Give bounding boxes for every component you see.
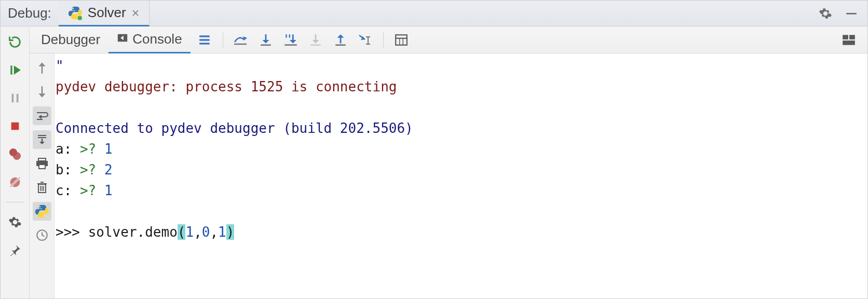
svg-rect-15 (199, 39, 210, 40)
svg-point-2 (77, 16, 82, 20)
svg-rect-5 (11, 94, 13, 103)
console-gutter (30, 53, 55, 298)
repl-paren: ( (178, 224, 186, 240)
debug-tool-window: Debug: Solver (0, 0, 868, 299)
scroll-up-icon[interactable] (33, 59, 51, 77)
repl-code: solver.demo (88, 224, 178, 240)
history-icon[interactable] (33, 226, 51, 244)
svg-rect-3 (846, 12, 857, 14)
input-prompt: >? (80, 183, 96, 198)
clear-icon[interactable] (33, 178, 51, 197)
repl-arg: 0 (202, 224, 210, 240)
python-icon (68, 6, 83, 20)
debug-titlebar: Debug: Solver (1, 1, 867, 26)
svg-rect-44 (38, 158, 46, 161)
step-over-icon[interactable] (230, 31, 251, 49)
run-to-cursor-icon[interactable] (355, 31, 376, 49)
minimize-icon[interactable] (845, 7, 858, 20)
step-out-icon[interactable] (330, 31, 351, 49)
resume-button[interactable] (6, 61, 24, 79)
repl-comma: , (194, 224, 202, 240)
svg-point-54 (44, 215, 45, 216)
input-value: 1 (104, 141, 113, 157)
debug-config-tab[interactable]: Solver (59, 1, 150, 26)
svg-rect-7 (11, 123, 19, 130)
layout-settings-icon[interactable] (838, 31, 859, 49)
svg-rect-37 (843, 40, 855, 45)
step-into-my-code-icon[interactable] (280, 31, 301, 49)
console-area: " pydev debugger: process 1525 is connec… (30, 53, 867, 298)
force-step-into-icon[interactable] (305, 31, 326, 49)
stop-button[interactable] (6, 117, 24, 135)
console-tab-label: Console (132, 31, 182, 47)
scroll-to-end-icon[interactable] (33, 130, 51, 149)
threads-icon[interactable] (195, 31, 215, 49)
repl-arg: 1 (185, 224, 194, 240)
repl-comma: , (210, 224, 218, 240)
view-breakpoints-button[interactable] (6, 145, 24, 164)
step-into-icon[interactable] (255, 31, 276, 49)
debugger-tab-label: Debugger (41, 32, 100, 48)
repl-input-line[interactable]: >>> solver.demo(1,0,1) (56, 224, 234, 240)
svg-point-9 (12, 152, 20, 160)
input-prompt: >? (80, 162, 96, 178)
console-output[interactable]: " pydev debugger: process 1525 is connec… (55, 53, 867, 298)
svg-rect-14 (199, 35, 210, 37)
show-python-prompt-icon[interactable] (33, 202, 51, 221)
input-label: a: (56, 141, 72, 157)
repl-prompt: >>> (56, 224, 80, 240)
console-line: pydev debugger: process 1525 is connecti… (56, 79, 397, 94)
svg-line-57 (42, 235, 44, 236)
evaluate-expression-icon[interactable] (391, 31, 412, 49)
input-value: 1 (104, 183, 113, 198)
rerun-button[interactable] (6, 33, 24, 51)
svg-rect-16 (199, 43, 210, 44)
debug-title-label: Debug: (1, 1, 59, 26)
svg-rect-36 (849, 35, 855, 39)
debug-settings-button[interactable] (6, 213, 24, 232)
repl-arg: 1 (218, 224, 226, 240)
svg-point-53 (39, 206, 40, 207)
soft-wrap-icon[interactable] (33, 106, 51, 125)
console-tab-icon (117, 31, 128, 47)
input-label: c: (56, 183, 72, 198)
svg-rect-31 (396, 35, 407, 45)
input-value: 2 (104, 162, 113, 178)
input-prompt: >? (80, 141, 96, 157)
svg-point-0 (72, 8, 73, 9)
svg-rect-35 (843, 35, 848, 39)
pin-tab-button[interactable] (6, 241, 24, 260)
console-line: Connected to pydev debugger (build 202.5… (56, 120, 413, 136)
debug-run-sidebar (1, 26, 30, 298)
input-label: b: (56, 162, 72, 178)
svg-rect-6 (16, 94, 18, 103)
console-tab[interactable]: Console (108, 26, 190, 53)
repl-paren: ) (226, 224, 235, 240)
debug-toolbar: Debugger Console (30, 26, 867, 53)
svg-rect-4 (10, 65, 12, 74)
scroll-down-icon[interactable] (33, 83, 51, 101)
debug-config-tab-label: Solver (88, 5, 126, 21)
svg-rect-46 (39, 165, 45, 169)
gear-icon[interactable] (819, 7, 832, 20)
separator (6, 202, 24, 202)
debugger-tab[interactable]: Debugger (33, 26, 108, 53)
mute-breakpoints-button[interactable] (6, 173, 24, 192)
pause-button[interactable] (6, 89, 24, 107)
console-line: " (56, 58, 64, 74)
print-icon[interactable] (33, 154, 51, 173)
close-tab-icon[interactable] (131, 6, 140, 20)
